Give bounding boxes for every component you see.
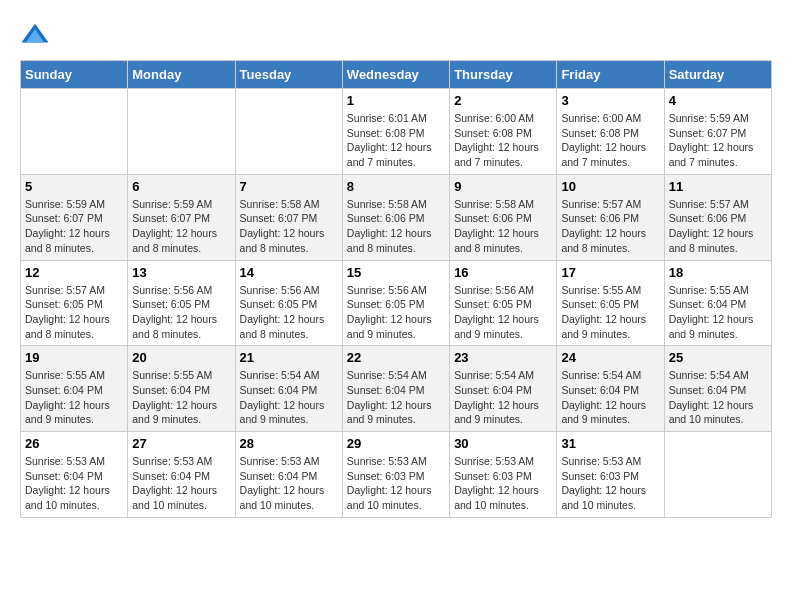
calendar-header-row: SundayMondayTuesdayWednesdayThursdayFrid…	[21, 61, 772, 89]
day-number: 2	[454, 93, 552, 108]
calendar-cell: 25Sunrise: 5:54 AM Sunset: 6:04 PM Dayli…	[664, 346, 771, 432]
day-number: 5	[25, 179, 123, 194]
cell-info: Sunrise: 5:54 AM Sunset: 6:04 PM Dayligh…	[669, 368, 767, 427]
logo-icon	[20, 20, 50, 50]
day-of-week-header: Friday	[557, 61, 664, 89]
calendar-cell: 8Sunrise: 5:58 AM Sunset: 6:06 PM Daylig…	[342, 174, 449, 260]
page-header	[20, 20, 772, 50]
day-number: 1	[347, 93, 445, 108]
cell-info: Sunrise: 5:55 AM Sunset: 6:05 PM Dayligh…	[561, 283, 659, 342]
calendar-cell: 20Sunrise: 5:55 AM Sunset: 6:04 PM Dayli…	[128, 346, 235, 432]
cell-info: Sunrise: 5:59 AM Sunset: 6:07 PM Dayligh…	[669, 111, 767, 170]
calendar-cell: 22Sunrise: 5:54 AM Sunset: 6:04 PM Dayli…	[342, 346, 449, 432]
day-number: 23	[454, 350, 552, 365]
cell-info: Sunrise: 5:58 AM Sunset: 6:06 PM Dayligh…	[454, 197, 552, 256]
calendar-cell: 5Sunrise: 5:59 AM Sunset: 6:07 PM Daylig…	[21, 174, 128, 260]
cell-info: Sunrise: 5:57 AM Sunset: 6:05 PM Dayligh…	[25, 283, 123, 342]
calendar-cell: 10Sunrise: 5:57 AM Sunset: 6:06 PM Dayli…	[557, 174, 664, 260]
cell-info: Sunrise: 5:58 AM Sunset: 6:06 PM Dayligh…	[347, 197, 445, 256]
cell-info: Sunrise: 5:54 AM Sunset: 6:04 PM Dayligh…	[561, 368, 659, 427]
day-number: 22	[347, 350, 445, 365]
calendar-week-row: 19Sunrise: 5:55 AM Sunset: 6:04 PM Dayli…	[21, 346, 772, 432]
calendar-cell: 6Sunrise: 5:59 AM Sunset: 6:07 PM Daylig…	[128, 174, 235, 260]
calendar-week-row: 5Sunrise: 5:59 AM Sunset: 6:07 PM Daylig…	[21, 174, 772, 260]
calendar-cell: 16Sunrise: 5:56 AM Sunset: 6:05 PM Dayli…	[450, 260, 557, 346]
day-of-week-header: Tuesday	[235, 61, 342, 89]
calendar-cell: 4Sunrise: 5:59 AM Sunset: 6:07 PM Daylig…	[664, 89, 771, 175]
calendar-cell: 28Sunrise: 5:53 AM Sunset: 6:04 PM Dayli…	[235, 432, 342, 518]
day-number: 16	[454, 265, 552, 280]
cell-info: Sunrise: 5:53 AM Sunset: 6:04 PM Dayligh…	[25, 454, 123, 513]
calendar-cell	[21, 89, 128, 175]
calendar-cell: 30Sunrise: 5:53 AM Sunset: 6:03 PM Dayli…	[450, 432, 557, 518]
cell-info: Sunrise: 5:57 AM Sunset: 6:06 PM Dayligh…	[669, 197, 767, 256]
calendar-cell: 21Sunrise: 5:54 AM Sunset: 6:04 PM Dayli…	[235, 346, 342, 432]
day-number: 9	[454, 179, 552, 194]
calendar-cell: 23Sunrise: 5:54 AM Sunset: 6:04 PM Dayli…	[450, 346, 557, 432]
calendar-cell	[235, 89, 342, 175]
day-number: 25	[669, 350, 767, 365]
cell-info: Sunrise: 5:58 AM Sunset: 6:07 PM Dayligh…	[240, 197, 338, 256]
cell-info: Sunrise: 5:54 AM Sunset: 6:04 PM Dayligh…	[454, 368, 552, 427]
cell-info: Sunrise: 5:57 AM Sunset: 6:06 PM Dayligh…	[561, 197, 659, 256]
calendar-cell: 31Sunrise: 5:53 AM Sunset: 6:03 PM Dayli…	[557, 432, 664, 518]
day-number: 4	[669, 93, 767, 108]
cell-info: Sunrise: 6:00 AM Sunset: 6:08 PM Dayligh…	[454, 111, 552, 170]
cell-info: Sunrise: 5:55 AM Sunset: 6:04 PM Dayligh…	[25, 368, 123, 427]
day-of-week-header: Thursday	[450, 61, 557, 89]
cell-info: Sunrise: 5:59 AM Sunset: 6:07 PM Dayligh…	[25, 197, 123, 256]
cell-info: Sunrise: 5:54 AM Sunset: 6:04 PM Dayligh…	[347, 368, 445, 427]
cell-info: Sunrise: 5:59 AM Sunset: 6:07 PM Dayligh…	[132, 197, 230, 256]
day-number: 7	[240, 179, 338, 194]
cell-info: Sunrise: 5:53 AM Sunset: 6:03 PM Dayligh…	[347, 454, 445, 513]
cell-info: Sunrise: 6:01 AM Sunset: 6:08 PM Dayligh…	[347, 111, 445, 170]
day-number: 10	[561, 179, 659, 194]
calendar-cell: 11Sunrise: 5:57 AM Sunset: 6:06 PM Dayli…	[664, 174, 771, 260]
cell-info: Sunrise: 5:54 AM Sunset: 6:04 PM Dayligh…	[240, 368, 338, 427]
day-number: 24	[561, 350, 659, 365]
cell-info: Sunrise: 5:53 AM Sunset: 6:03 PM Dayligh…	[454, 454, 552, 513]
day-number: 12	[25, 265, 123, 280]
calendar-cell: 29Sunrise: 5:53 AM Sunset: 6:03 PM Dayli…	[342, 432, 449, 518]
calendar-cell: 26Sunrise: 5:53 AM Sunset: 6:04 PM Dayli…	[21, 432, 128, 518]
day-number: 8	[347, 179, 445, 194]
day-number: 18	[669, 265, 767, 280]
calendar-cell: 1Sunrise: 6:01 AM Sunset: 6:08 PM Daylig…	[342, 89, 449, 175]
calendar-cell: 12Sunrise: 5:57 AM Sunset: 6:05 PM Dayli…	[21, 260, 128, 346]
calendar-cell	[128, 89, 235, 175]
day-of-week-header: Saturday	[664, 61, 771, 89]
day-number: 17	[561, 265, 659, 280]
cell-info: Sunrise: 5:55 AM Sunset: 6:04 PM Dayligh…	[132, 368, 230, 427]
day-number: 3	[561, 93, 659, 108]
day-number: 13	[132, 265, 230, 280]
day-number: 11	[669, 179, 767, 194]
cell-info: Sunrise: 5:56 AM Sunset: 6:05 PM Dayligh…	[454, 283, 552, 342]
day-number: 26	[25, 436, 123, 451]
day-number: 30	[454, 436, 552, 451]
calendar-cell: 13Sunrise: 5:56 AM Sunset: 6:05 PM Dayli…	[128, 260, 235, 346]
day-number: 27	[132, 436, 230, 451]
day-of-week-header: Monday	[128, 61, 235, 89]
day-number: 14	[240, 265, 338, 280]
cell-info: Sunrise: 5:56 AM Sunset: 6:05 PM Dayligh…	[240, 283, 338, 342]
day-number: 21	[240, 350, 338, 365]
calendar-cell: 15Sunrise: 5:56 AM Sunset: 6:05 PM Dayli…	[342, 260, 449, 346]
calendar-cell: 7Sunrise: 5:58 AM Sunset: 6:07 PM Daylig…	[235, 174, 342, 260]
day-number: 20	[132, 350, 230, 365]
calendar-cell: 24Sunrise: 5:54 AM Sunset: 6:04 PM Dayli…	[557, 346, 664, 432]
day-number: 28	[240, 436, 338, 451]
cell-info: Sunrise: 5:53 AM Sunset: 6:03 PM Dayligh…	[561, 454, 659, 513]
cell-info: Sunrise: 5:53 AM Sunset: 6:04 PM Dayligh…	[132, 454, 230, 513]
calendar-cell: 2Sunrise: 6:00 AM Sunset: 6:08 PM Daylig…	[450, 89, 557, 175]
calendar-cell: 27Sunrise: 5:53 AM Sunset: 6:04 PM Dayli…	[128, 432, 235, 518]
cell-info: Sunrise: 6:00 AM Sunset: 6:08 PM Dayligh…	[561, 111, 659, 170]
day-of-week-header: Wednesday	[342, 61, 449, 89]
day-number: 29	[347, 436, 445, 451]
calendar-week-row: 26Sunrise: 5:53 AM Sunset: 6:04 PM Dayli…	[21, 432, 772, 518]
cell-info: Sunrise: 5:55 AM Sunset: 6:04 PM Dayligh…	[669, 283, 767, 342]
day-number: 19	[25, 350, 123, 365]
cell-info: Sunrise: 5:56 AM Sunset: 6:05 PM Dayligh…	[132, 283, 230, 342]
day-of-week-header: Sunday	[21, 61, 128, 89]
calendar-cell: 14Sunrise: 5:56 AM Sunset: 6:05 PM Dayli…	[235, 260, 342, 346]
calendar-cell: 9Sunrise: 5:58 AM Sunset: 6:06 PM Daylig…	[450, 174, 557, 260]
